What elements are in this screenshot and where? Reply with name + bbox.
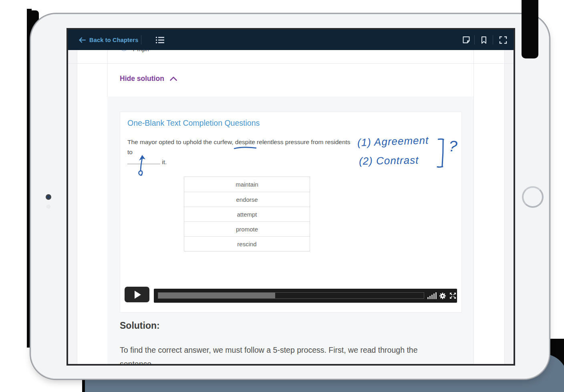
answer-option[interactable]: attempt — [184, 207, 310, 221]
answer-option[interactable]: maintain — [184, 177, 310, 192]
background-device-edge — [522, 0, 538, 58]
bookmark-icon[interactable] — [481, 30, 487, 50]
divider — [504, 50, 505, 364]
video-fullscreen-icon[interactable] — [449, 289, 456, 303]
back-arrow-icon — [79, 37, 86, 43]
settings-gear-icon[interactable] — [439, 289, 446, 303]
handwritten-question-mark: ? — [448, 137, 458, 155]
right-gutter — [504, 50, 514, 364]
question-suffix: it. — [162, 159, 167, 165]
handwritten-bracket-annotation — [436, 138, 445, 169]
front-camera — [46, 194, 51, 200]
question-pre: The mayor opted to uphold the curfew, — [127, 139, 235, 145]
solution-heading: Solution: — [120, 320, 160, 331]
question-card: One-Blank Text Completion Questions The … — [120, 112, 462, 313]
video-progress-bar[interactable] — [158, 292, 424, 299]
question-keyword: despite — [235, 137, 255, 147]
divider — [493, 35, 493, 44]
play-button[interactable] — [125, 287, 149, 302]
handwritten-arrow-annotation — [135, 154, 150, 177]
ambient-sensor — [46, 205, 50, 209]
chevron-up-icon — [170, 76, 177, 81]
answer-option[interactable]: promote — [184, 221, 310, 236]
solution-paragraph: To find the correct answer, we must foll… — [120, 343, 464, 366]
question-card-title: One-Blank Text Completion Questions — [127, 119, 260, 128]
answer-option[interactable]: rescind — [184, 236, 310, 251]
lesson-list-icon[interactable] — [155, 30, 165, 50]
left-gutter — [68, 50, 77, 364]
home-button[interactable] — [522, 186, 544, 208]
divider — [77, 50, 77, 364]
question-text: The mayor opted to uphold the curfew, de… — [127, 137, 352, 167]
answer-options-table: maintain endorse attempt promote rescind — [184, 177, 310, 251]
hand-underline-annotation — [234, 146, 257, 150]
divider — [141, 35, 141, 44]
divider — [474, 35, 475, 44]
play-icon — [135, 291, 141, 299]
handwritten-note-contrast: (2) Contrast — [359, 154, 419, 168]
divider — [68, 63, 514, 64]
answer-option[interactable]: endorse — [184, 192, 310, 207]
notes-icon[interactable] — [462, 30, 470, 50]
fullscreen-icon[interactable] — [499, 30, 507, 50]
volume-icon[interactable] — [427, 289, 437, 303]
ipad-screen: 7 mph Back to Chapters — [66, 28, 515, 366]
handwritten-note-agreement: (1) Agreement — [357, 134, 429, 149]
back-to-chapters-link[interactable]: Back to Chapters — [79, 30, 138, 50]
video-progress-fill — [158, 293, 275, 298]
hide-solution-label: Hide solution — [120, 74, 164, 83]
divider — [473, 50, 474, 364]
top-nav-bar: Back to Chapters — [68, 30, 514, 50]
video-control-bar — [154, 289, 457, 303]
back-link-label: Back to Chapters — [89, 37, 138, 43]
hide-solution-toggle[interactable]: Hide solution — [120, 74, 177, 83]
